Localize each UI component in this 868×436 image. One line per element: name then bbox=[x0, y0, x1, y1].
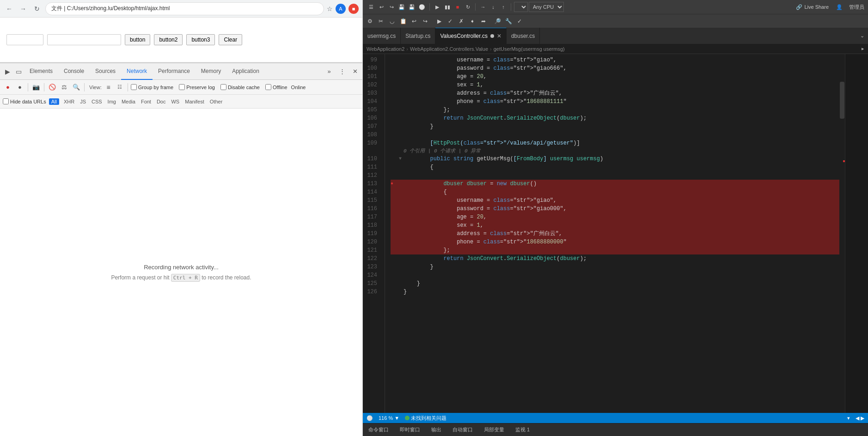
tab-console[interactable]: Console bbox=[58, 63, 90, 80]
tab-usermsg[interactable]: usermsg.cs bbox=[363, 28, 401, 44]
tab-application[interactable]: Application bbox=[226, 63, 265, 80]
breadcrumb-scroll-right[interactable]: ▸ bbox=[862, 46, 864, 52]
filter-manifest[interactable]: Manifest bbox=[183, 98, 206, 105]
code-line[interactable]: username = class="str">"giao", bbox=[391, 196, 839, 205]
undo-icon[interactable]: ↩ bbox=[377, 2, 386, 12]
device-icon[interactable]: ▭ bbox=[13, 66, 24, 77]
tb2-redo2-icon[interactable]: ↪ bbox=[420, 16, 430, 26]
code-line[interactable]: address = class="str">"广州白云", bbox=[391, 230, 839, 238]
code-line[interactable]: sex = 1, bbox=[391, 81, 839, 89]
page-input-1[interactable] bbox=[6, 34, 43, 45]
disable-cache-checkbox[interactable]: Disable cache bbox=[220, 84, 260, 90]
vscode-menu-icon[interactable]: ☰ bbox=[367, 2, 376, 12]
code-line[interactable]: } bbox=[391, 279, 839, 288]
status-git-icon[interactable]: ⚪ bbox=[367, 415, 373, 421]
filter-all-chip[interactable]: All bbox=[49, 98, 59, 105]
filter-xhr[interactable]: XHR bbox=[62, 98, 76, 105]
step-into-icon[interactable]: ↓ bbox=[489, 2, 498, 12]
code-line[interactable]: age = 20, bbox=[391, 73, 839, 81]
scrollbar-thumb[interactable] bbox=[840, 82, 844, 119]
code-line[interactable]: { bbox=[391, 188, 839, 196]
code-line[interactable] bbox=[391, 131, 839, 139]
tb2-x-icon[interactable]: ✗ bbox=[456, 16, 466, 26]
forward-button[interactable]: → bbox=[18, 3, 29, 14]
code-line[interactable]: age = 20, bbox=[391, 213, 839, 221]
code-line[interactable]: sex = 1, bbox=[391, 221, 839, 230]
code-line[interactable]: return JsonConvert.SerializeObject(dbuse… bbox=[391, 114, 839, 122]
cpu-dropdown[interactable]: Any CPU bbox=[529, 2, 564, 12]
tab-startup[interactable]: Startup.cs bbox=[401, 28, 435, 44]
code-line[interactable]: password = class="str">"giao000", bbox=[391, 205, 839, 213]
tab-network[interactable]: Network bbox=[121, 63, 153, 80]
restart-icon[interactable]: ↻ bbox=[463, 2, 472, 12]
filter-font[interactable]: Font bbox=[139, 98, 153, 105]
stop-icon[interactable]: ■ bbox=[453, 2, 462, 12]
code-line[interactable]: [HttpPost(class="str">"/values/api/getus… bbox=[391, 139, 839, 147]
code-line[interactable]: return JsonConvert.SerializeObject(dbuse… bbox=[391, 254, 839, 263]
preserve-log-checkbox[interactable]: Preserve log bbox=[179, 84, 215, 90]
redo-icon[interactable]: ↪ bbox=[387, 2, 396, 12]
code-line[interactable]: password = class="str">"giao666", bbox=[391, 64, 839, 73]
save-icon[interactable]: 💾 bbox=[397, 2, 406, 12]
close-browser-icon[interactable]: ■ bbox=[348, 4, 359, 14]
code-line[interactable]: { bbox=[391, 163, 839, 171]
stop-recording-button[interactable]: ● bbox=[15, 82, 25, 92]
tab-scroll-right-icon[interactable]: ⌄ bbox=[856, 33, 868, 39]
code-line[interactable]: phone = class="str">"18688880000" bbox=[391, 238, 839, 246]
group-view-icon[interactable]: ☷ bbox=[115, 82, 125, 92]
list-view-icon[interactable]: ≡ bbox=[104, 82, 114, 92]
tab-sources[interactable]: Sources bbox=[90, 63, 121, 80]
button-3-btn[interactable]: button3 bbox=[186, 34, 215, 45]
status-nav-icons[interactable]: ◀ ▶ bbox=[856, 415, 864, 421]
back-button[interactable]: ← bbox=[4, 3, 15, 14]
tb2-copy-icon[interactable]: ◡ bbox=[387, 16, 397, 26]
liveshare-button[interactable]: 🔗 Live Share bbox=[796, 4, 829, 10]
code-line[interactable]: ▼ public string getUserMsg([FromBody] us… bbox=[391, 155, 839, 163]
bottom-tab-output[interactable]: 输出 bbox=[429, 426, 443, 433]
tb2-check-icon[interactable]: ✓ bbox=[445, 16, 455, 26]
bookmark-icon[interactable]: ☆ bbox=[327, 5, 333, 12]
bottom-tab-immediate[interactable]: 即时窗口 bbox=[398, 426, 422, 433]
record-button[interactable]: ● bbox=[3, 82, 13, 92]
tb2-back2-icon[interactable]: ➦ bbox=[478, 16, 489, 26]
tab-close-icon[interactable]: ✕ bbox=[497, 33, 501, 39]
filter-ws[interactable]: WS bbox=[169, 98, 181, 105]
button-1-btn[interactable]: button bbox=[125, 34, 150, 45]
code-line[interactable] bbox=[391, 271, 839, 279]
tb2-forward2-icon[interactable]: ➧ bbox=[467, 16, 477, 26]
page-input-2[interactable] bbox=[47, 34, 121, 45]
more-tabs-icon[interactable]: » bbox=[324, 66, 335, 77]
tab-performance[interactable]: Performance bbox=[153, 63, 196, 80]
button-2-btn[interactable]: button2 bbox=[154, 34, 183, 45]
bottom-tab-command[interactable]: 命令窗口 bbox=[367, 426, 391, 433]
tab-elements[interactable]: Elements bbox=[24, 63, 58, 80]
step-over-icon[interactable]: → bbox=[478, 2, 488, 12]
bottom-tab-auto[interactable]: 自动窗口 bbox=[451, 426, 475, 433]
group-by-frame-checkbox[interactable]: Group by frame bbox=[131, 84, 173, 90]
reload-button[interactable]: ↻ bbox=[31, 3, 43, 14]
step-out-icon[interactable]: ↑ bbox=[499, 2, 508, 12]
save-all-icon[interactable]: 💾 bbox=[407, 2, 416, 12]
hide-data-urls-checkbox[interactable]: Hide data URLs bbox=[3, 98, 46, 104]
filter-doc[interactable]: Doc bbox=[155, 98, 168, 105]
code-area[interactable]: username = class="str">"giao", password … bbox=[385, 54, 839, 413]
tb2-build-icon[interactable]: ▶ bbox=[434, 16, 444, 26]
user-profile-icon[interactable]: 👤 bbox=[836, 4, 843, 10]
code-line[interactable]: ● dbuser dbuser = new dbuser() bbox=[391, 180, 839, 188]
devtools-menu-icon[interactable]: ⋮ bbox=[336, 66, 348, 77]
filter-other[interactable]: Other bbox=[208, 98, 225, 105]
fold-marker[interactable]: ▼ bbox=[397, 155, 403, 163]
code-line[interactable]: }; bbox=[391, 106, 839, 114]
code-line[interactable]: address = class="str">"广州白云", bbox=[391, 89, 839, 97]
inspect-icon[interactable]: ▶ bbox=[2, 66, 13, 77]
breadcrumb-method[interactable]: getUserMsg(usermsg usermsg) bbox=[494, 46, 565, 52]
status-error-indicator[interactable]: 未找到相关问题 bbox=[405, 415, 446, 422]
status-zoom[interactable]: 116 % ▼ bbox=[379, 415, 399, 421]
bottom-tab-locals[interactable]: 局部变量 bbox=[482, 426, 506, 433]
code-line[interactable]: }; bbox=[391, 246, 839, 254]
filter-media[interactable]: Media bbox=[120, 98, 137, 105]
tb2-wrench-icon[interactable]: 🔧 bbox=[503, 16, 513, 26]
tb2-paste-icon[interactable]: 📋 bbox=[398, 16, 408, 26]
bottom-tab-watch[interactable]: 监视 1 bbox=[513, 426, 532, 433]
clear-network-button[interactable]: 🚫 bbox=[47, 82, 57, 92]
